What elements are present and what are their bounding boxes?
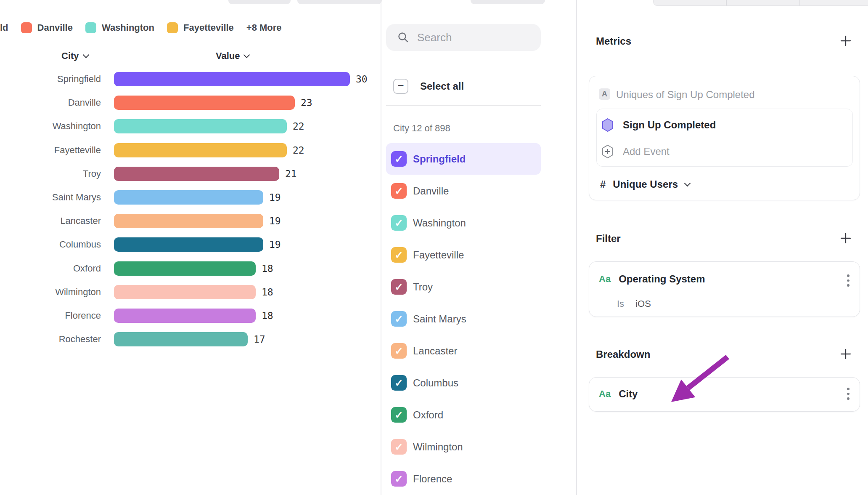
breakdown-menu-button[interactable] — [847, 388, 849, 400]
legend-item[interactable]: Fayetteville — [167, 22, 234, 33]
bar[interactable] — [114, 261, 256, 276]
bar-value-label: 18 — [262, 285, 273, 299]
add-filter-button[interactable] — [839, 232, 852, 245]
city-checkbox[interactable]: ✓ — [391, 279, 407, 295]
breakdown-property-row[interactable]: Aa City — [599, 388, 638, 400]
city-list-item[interactable]: ✓Oxford — [386, 399, 541, 431]
bar-row: Columbus19 — [0, 237, 381, 252]
legend-item[interactable]: Danville — [21, 22, 73, 33]
city-checkbox[interactable]: ✓ — [391, 311, 407, 327]
city-list-item[interactable]: ✓Springfield — [386, 143, 541, 175]
top-tab[interactable] — [297, 0, 382, 4]
bar-category-label: Oxford — [0, 261, 101, 276]
number-type-icon: # — [600, 178, 606, 190]
annotation-arrow — [656, 345, 740, 412]
city-list-item[interactable]: ✓Columbus — [386, 367, 541, 399]
filter-condition-row[interactable]: Is iOS — [617, 298, 651, 309]
city-label: Florence — [413, 463, 452, 495]
bar-category-label: Danville — [0, 96, 101, 110]
bar-row: Oxford18 — [0, 261, 381, 276]
filter-value: iOS — [635, 298, 651, 309]
city-list-item[interactable]: ✓Troy — [386, 271, 541, 303]
bar[interactable] — [114, 237, 263, 252]
city-label: Saint Marys — [413, 303, 466, 335]
add-event-row[interactable]: Add Event — [602, 144, 670, 159]
bar-row: Lancaster19 — [0, 214, 381, 228]
bar[interactable] — [114, 332, 248, 346]
bar[interactable] — [114, 309, 256, 323]
city-label: Washington — [413, 207, 466, 239]
column-header-city[interactable]: City — [61, 50, 88, 62]
bar[interactable] — [114, 190, 263, 205]
city-checkbox[interactable]: ✓ — [391, 407, 407, 423]
city-checkbox[interactable]: ✓ — [391, 439, 407, 455]
city-label: Oxford — [413, 399, 443, 431]
text-property-icon: Aa — [599, 274, 611, 285]
city-checkbox[interactable]: ✓ — [391, 183, 407, 199]
city-list-item[interactable]: ✓Danville — [386, 175, 541, 207]
bar-row: Troy21 — [0, 167, 381, 181]
column-header-value[interactable]: Value — [216, 50, 249, 62]
text-property-icon: Aa — [599, 389, 611, 399]
bar-row: Wilmington18 — [0, 285, 381, 299]
bar[interactable] — [114, 72, 350, 86]
bar-row: Saint Marys19 — [0, 190, 381, 205]
city-list-item[interactable]: ✓Saint Marys — [386, 303, 541, 335]
metrics-section-title: Metrics — [596, 35, 631, 47]
top-segmented-control[interactable] — [653, 0, 868, 6]
bar-category-label: Troy — [0, 167, 101, 181]
legend-item-truncated: ld — [0, 22, 8, 33]
bar[interactable] — [114, 167, 279, 181]
bar[interactable] — [114, 214, 263, 228]
add-metric-button[interactable] — [839, 35, 852, 47]
city-list-item[interactable]: ✓Washington — [386, 207, 541, 239]
panel-divider — [576, 0, 577, 495]
select-all-row[interactable]: − Select all — [393, 79, 464, 94]
top-tab[interactable] — [471, 0, 545, 4]
city-checkbox[interactable]: ✓ — [391, 215, 407, 231]
bar-category-label: Wilmington — [0, 285, 101, 299]
column-header-value-label: Value — [216, 51, 240, 61]
city-label: Springfield — [413, 143, 466, 175]
chevron-down-icon — [82, 52, 89, 59]
add-breakdown-button[interactable] — [839, 348, 852, 360]
bar-value-label: 19 — [269, 237, 281, 252]
measure-dropdown[interactable]: # Unique Users — [600, 178, 690, 190]
bar-category-label: Saint Marys — [0, 190, 101, 205]
city-checkbox[interactable]: ✓ — [391, 247, 407, 263]
panel-divider — [381, 0, 381, 495]
bar-row: Fayetteville22 — [0, 143, 381, 157]
bar-row: Danville23 — [0, 96, 381, 110]
legend-label: Fayetteville — [183, 22, 234, 33]
city-checkbox[interactable]: ✓ — [391, 151, 407, 167]
breakdown-property: City — [619, 388, 638, 400]
city-checkbox[interactable]: ✓ — [391, 375, 407, 391]
top-tab[interactable] — [228, 0, 291, 4]
event-row[interactable]: Sign Up Completed — [602, 118, 716, 132]
search-input[interactable]: Search — [386, 24, 541, 51]
bar-value-label: 19 — [269, 214, 281, 228]
city-checkbox[interactable]: ✓ — [391, 343, 407, 359]
bar-value-label: 18 — [262, 261, 273, 276]
legend-more[interactable]: +8 More — [246, 22, 282, 33]
event-hexagon-icon — [602, 118, 614, 132]
select-all-checkbox[interactable]: − — [393, 79, 408, 94]
city-list-item[interactable]: ✓Wilmington — [386, 431, 541, 463]
bar-row: Washington22 — [0, 119, 381, 133]
bar-row: Florence18 — [0, 309, 381, 323]
bar-value-label: 18 — [262, 309, 273, 323]
bar[interactable] — [114, 96, 295, 110]
list-divider — [386, 105, 541, 106]
bar[interactable] — [114, 119, 287, 133]
bar[interactable] — [114, 143, 287, 157]
filter-menu-button[interactable] — [847, 274, 849, 287]
legend-item[interactable]: Washington — [85, 22, 154, 33]
metric-letter-badge: A — [599, 88, 610, 100]
filter-property-row[interactable]: Aa Operating System — [599, 273, 705, 285]
city-checkbox[interactable]: ✓ — [391, 471, 407, 487]
city-list-item[interactable]: ✓Fayetteville — [386, 239, 541, 271]
filter-operator: Is — [617, 298, 624, 309]
bar[interactable] — [114, 285, 256, 299]
city-list-item[interactable]: ✓Lancaster — [386, 335, 541, 367]
city-list-item[interactable]: ✓Florence — [386, 463, 541, 495]
